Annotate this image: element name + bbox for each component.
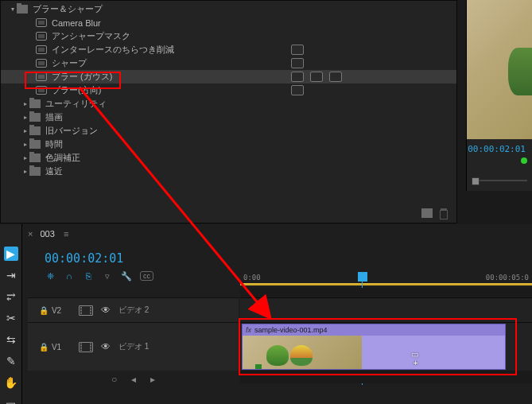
effects-folder-color-correction[interactable]: 色調補正 [1,151,456,165]
effects-folder-utility[interactable]: ユーティリティ [1,97,456,111]
folder-icon [17,5,28,14]
effects-folder-time[interactable]: 時間 [1,138,456,151]
folder-icon [29,126,41,135]
video-clip[interactable]: fx sample-video-001.mp4 ▭ + [242,324,506,370]
clip-name: sample-video-001.mp4 [254,326,328,334]
effect-label: ブラー (ガウス) [52,71,453,83]
track-header-v2[interactable]: 🔒 V2 👁 ビデオ 2 [28,297,239,322]
snap-icon[interactable]: ❈ [45,270,56,282]
scrubber-handle[interactable] [472,177,480,185]
edit-point-marker [255,364,262,369]
effect-unsharp-mask[interactable]: アンシャープマスク [1,29,456,43]
lock-icon[interactable]: 🔒 [39,306,49,315]
linked-selection-icon[interactable]: ⎘ [83,270,94,282]
razor-tool[interactable]: ✂ [4,311,18,325]
selection-tool[interactable]: ▶ [4,247,18,261]
caret-open-icon[interactable] [9,6,17,13]
sequence-tab[interactable]: × 003 ≡ [28,229,68,239]
track-name[interactable]: ビデオ 2 [118,305,149,316]
accelerated-badge-icon [291,85,304,95]
effect-interlace-flicker[interactable]: インターレースのちらつき削減 [1,43,456,56]
clip-header: fx sample-video-001.mp4 [243,324,505,336]
effect-label: ブラー(方向) [52,84,453,96]
effect-label: Camera Blur [52,18,453,28]
pen-tool[interactable]: ✎ [4,354,18,368]
preset-icon [36,59,47,68]
folder-icon [29,99,41,108]
effect-sharpen[interactable]: シャープ [1,56,456,70]
marker-icon[interactable]: ▿ [102,270,113,282]
timeline-ruler[interactable]: 0:00 00:00:05:0 [240,270,532,286]
effects-panel: ブラー＆シャープ Camera Blur アンシャープマスク インターレースのち… [0,0,457,223]
ruler-tick-start: 0:00 [243,274,261,282]
effect-gaussian-blur[interactable]: ブラー (ガウス) [1,70,456,84]
zoom-out-icon[interactable]: ○ [111,374,117,385]
caret-closed-icon[interactable] [21,100,29,107]
timeline-tracks[interactable]: fx sample-video-001.mp4 ▭ + [240,288,532,383]
timeline-panel: ▶ ⇥ ⥂ ✂ ⇆ ✎ ✋ ▭ × 003 ≡ 00:00:02:01 ❈ ∩ … [0,224,532,404]
lock-icon[interactable]: 🔒 [39,343,49,352]
work-area-bar[interactable] [240,283,532,286]
preset-icon [36,45,47,54]
folder-label: 時間 [45,138,453,150]
rectangle-tool[interactable]: ▭ [4,397,18,404]
preset-icon [36,18,47,27]
hand-tool[interactable]: ✋ [4,375,18,390]
caret-closed-icon[interactable] [21,127,29,134]
prev-icon[interactable]: ◂ [131,374,136,385]
ripple-edit-tool[interactable]: ⥂ [4,289,18,304]
effects-folder-obsolete[interactable]: 旧バージョン [1,124,456,138]
caret-closed-icon[interactable] [21,141,29,148]
preset-icon [36,86,47,95]
folder-label: 描画 [45,111,453,123]
preset-icon [36,32,47,41]
effect-label: インターレースのちらつき削減 [52,44,453,56]
caret-closed-icon[interactable] [21,114,29,121]
monitor-scrubber[interactable] [472,180,527,181]
next-icon[interactable]: ▸ [150,374,155,385]
effect-camera-blur[interactable]: Camera Blur [1,16,456,29]
track-lane-v2[interactable] [240,297,532,322]
track-header-v1[interactable]: 🔒 V1 👁 ビデオ 1 [28,322,239,371]
caret-closed-icon[interactable] [21,154,29,161]
thumb-content [290,345,313,366]
track-select-tool[interactable]: ⇥ [4,268,18,282]
accelerated-badge-icon [291,72,304,82]
timeline-timecode[interactable]: 00:00:02:01 [45,251,123,266]
folder-label: 遠近 [45,165,453,177]
effect-directional-blur[interactable]: ブラー(方向) [1,84,456,97]
accelerated-badge-icon [291,58,304,68]
track-target[interactable]: V2 [52,306,61,315]
effects-folder-perspective[interactable]: 遠近 [1,165,456,178]
track-target[interactable]: V1 [52,343,61,352]
monitor-timecode[interactable]: 00:00:02:01 [467,139,532,154]
folder-icon [29,113,41,122]
fx-badge[interactable]: fx [246,326,251,334]
sequence-menu-icon[interactable]: ≡ [64,229,68,239]
effects-group-blur-sharpen[interactable]: ブラー＆シャープ [1,2,456,16]
folder-icon [29,167,41,176]
track-name[interactable]: ビデオ 1 [118,341,149,352]
track-lane-v1[interactable]: fx sample-video-001.mp4 ▭ + [240,322,532,371]
delete-icon[interactable] [439,208,449,219]
toggle-output-icon[interactable] [79,342,93,352]
eye-icon[interactable]: 👁 [101,305,111,316]
thumb-content [266,345,289,366]
tab-marker: × [28,229,33,239]
magnet-icon[interactable]: ∩ [64,270,75,282]
slip-tool[interactable]: ⇆ [4,332,18,347]
caret-closed-icon[interactable] [21,168,29,175]
preview-content [508,48,532,95]
folder-label: 旧バージョン [45,125,453,137]
new-bin-icon[interactable] [421,208,433,218]
eye-icon[interactable]: 👁 [101,341,111,352]
playhead[interactable] [358,272,367,282]
monitor-preview[interactable] [467,0,532,139]
effects-panel-footer [421,208,449,219]
toggle-output-icon[interactable] [79,305,93,316]
accelerated-badge-icon [291,45,304,55]
captions-badge[interactable]: cc [140,271,153,281]
effects-folder-generate[interactable]: 描画 [1,111,456,124]
folder-icon [29,153,41,162]
settings-icon[interactable]: 🔧 [121,270,132,282]
